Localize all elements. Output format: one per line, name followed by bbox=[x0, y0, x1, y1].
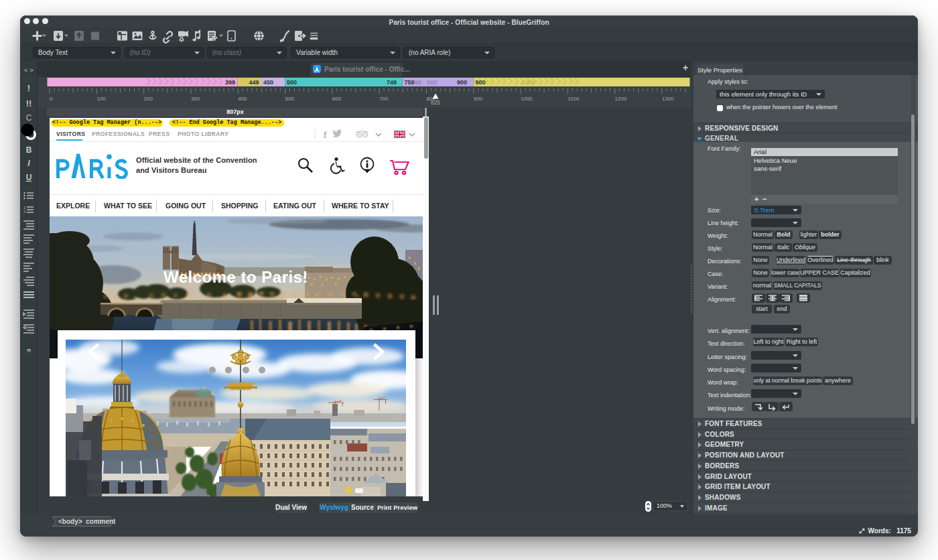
svg-text:<: < bbox=[24, 67, 27, 74]
svg-text:700: 700 bbox=[379, 96, 389, 102]
svg-text:825: 825 bbox=[431, 99, 440, 106]
svg-text:>: > bbox=[30, 67, 34, 74]
svg-text:1100: 1100 bbox=[567, 96, 580, 102]
svg-text:comment: comment bbox=[86, 518, 116, 525]
svg-text:„: „ bbox=[27, 342, 31, 352]
svg-text:400: 400 bbox=[238, 96, 247, 102]
svg-text:800: 800 bbox=[427, 79, 437, 86]
svg-text:!: ! bbox=[27, 83, 30, 93]
svg-text:449: 449 bbox=[249, 79, 259, 86]
svg-text:450: 450 bbox=[263, 79, 273, 86]
svg-text:1000: 1000 bbox=[521, 96, 533, 102]
svg-text:900: 900 bbox=[476, 79, 486, 86]
svg-text:500: 500 bbox=[285, 96, 295, 102]
svg-text:U: U bbox=[26, 173, 32, 182]
svg-text:I: I bbox=[27, 159, 30, 168]
svg-text:300: 300 bbox=[191, 96, 200, 102]
svg-text:<body>: <body> bbox=[58, 518, 82, 525]
svg-text:Welcome to Paris!: Welcome to Paris! bbox=[163, 268, 308, 286]
svg-text:900: 900 bbox=[457, 79, 467, 86]
svg-text:200: 200 bbox=[144, 96, 153, 102]
svg-text:f: f bbox=[324, 130, 327, 140]
svg-text:0: 0 bbox=[50, 96, 53, 102]
svg-text:!!: !! bbox=[26, 98, 32, 109]
svg-text:900: 900 bbox=[474, 96, 483, 102]
svg-text:C: C bbox=[26, 113, 32, 123]
svg-text:2: 2 bbox=[23, 210, 25, 214]
svg-text:1200: 1200 bbox=[615, 96, 627, 102]
svg-text:1300: 1300 bbox=[662, 96, 674, 102]
svg-text:600: 600 bbox=[332, 96, 342, 102]
svg-text:100: 100 bbox=[96, 96, 106, 102]
svg-text:768: 768 bbox=[411, 79, 421, 86]
svg-text:500: 500 bbox=[287, 79, 297, 86]
svg-text:B: B bbox=[26, 145, 32, 155]
svg-text:1000: 1000 bbox=[521, 79, 535, 86]
svg-text:399: 399 bbox=[225, 79, 235, 86]
svg-text:749: 749 bbox=[387, 79, 397, 86]
